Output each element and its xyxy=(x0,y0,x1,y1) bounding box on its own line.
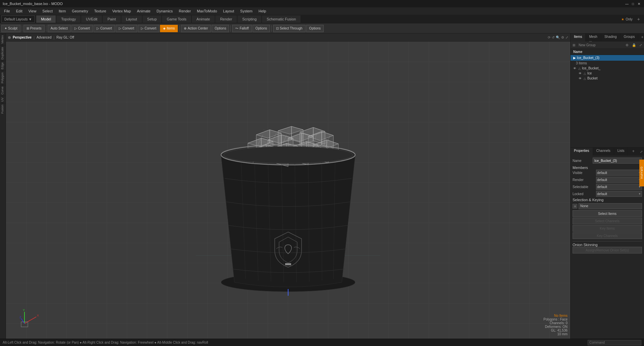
tab-game-tools[interactable]: Game Tools xyxy=(162,15,191,23)
viewport-canvas[interactable]: X Y Z No Items Polygons : Face Channels:… xyxy=(6,42,570,339)
select-items-button[interactable]: Select Items xyxy=(573,210,642,217)
menu-maxtomodo[interactable]: MaxToModo xyxy=(194,8,220,14)
minimize-button[interactable]: — xyxy=(625,1,629,6)
tab-uvedit[interactable]: UVEdit xyxy=(81,15,102,23)
group-expand-icon: ▶ xyxy=(573,56,576,60)
viewport-perspective-label[interactable]: Perspective xyxy=(13,36,32,39)
sculpt-button[interactable]: ✦ Sculpt xyxy=(1,25,20,32)
tab-lists[interactable]: Lists xyxy=(614,148,628,156)
sidebar-edge[interactable]: Edge xyxy=(0,61,6,71)
menu-select[interactable]: Select xyxy=(40,8,55,14)
menu-system[interactable]: System xyxy=(237,8,255,14)
action-center-button[interactable]: ⊕ Action Center xyxy=(181,25,211,32)
convert-icon-3: ▷ xyxy=(119,26,121,30)
selectable-dropdown[interactable]: default ▼ xyxy=(596,184,642,190)
key-channels-button[interactable]: Key Channels xyxy=(573,232,642,239)
convert-button-3[interactable]: ▷ Convert xyxy=(116,25,137,32)
menu-item[interactable]: Item xyxy=(56,8,68,14)
name-input[interactable] xyxy=(593,158,642,164)
items-new-group[interactable]: New Group xyxy=(577,43,597,48)
layout-dropdown[interactable]: Default Layouts ▼ xyxy=(1,15,35,23)
menu-edit[interactable]: Edit xyxy=(13,8,25,14)
convert-button-1[interactable]: ▷ Convert xyxy=(71,25,93,32)
tab-groups[interactable]: Groups xyxy=(621,34,639,42)
tab-layout[interactable]: Layout xyxy=(121,15,142,23)
props-expand-icon[interactable]: ⤢ xyxy=(640,150,643,154)
options-button-1[interactable]: Options xyxy=(212,25,229,32)
properties-tabs: Properties Channels Lists + ⤢ xyxy=(571,148,644,156)
menu-file[interactable]: File xyxy=(1,8,13,14)
menu-vertex-map[interactable]: Vertex Map xyxy=(110,8,134,14)
auto-select-button[interactable]: Auto Select xyxy=(48,25,71,32)
tab-scripting[interactable]: Scripting xyxy=(237,15,261,23)
toolbar: ✦ Sculpt ⊞ Presets Auto Select ▷ Convert… xyxy=(0,23,644,34)
tab-properties[interactable]: Properties xyxy=(571,148,593,156)
maximize-button[interactable]: □ xyxy=(631,1,635,6)
props-add-tab[interactable]: + xyxy=(630,148,637,156)
locked-dropdown[interactable]: default ▼ xyxy=(596,191,642,197)
bucket-svg xyxy=(196,81,380,299)
sidebar-duplicate[interactable]: Duplicate xyxy=(0,45,6,61)
viewport-expand-icon[interactable]: ⤢ xyxy=(566,36,568,39)
tab-render[interactable]: Render xyxy=(215,15,237,23)
items-settings-icon[interactable]: ⚙ xyxy=(624,43,630,48)
add-tab-button[interactable]: + xyxy=(635,15,643,23)
convert-button-2[interactable]: ▷ Convert xyxy=(94,25,115,32)
items-button[interactable]: ◈ Items xyxy=(160,25,178,32)
tab-shading[interactable]: Shading xyxy=(601,34,621,42)
only-button[interactable]: ★ Only xyxy=(619,17,635,21)
sidebar-uv[interactable]: UV xyxy=(0,96,6,103)
convert-button-4[interactable]: ▷ Convert xyxy=(138,25,159,32)
item-group-ice-bucket[interactable]: ▶ Ice_Bucket_(3) xyxy=(571,55,644,61)
options-button-3[interactable]: Options xyxy=(306,25,324,32)
tab-items[interactable]: Items xyxy=(571,34,586,42)
viewport-zoom-in-icon[interactable]: 🔍 xyxy=(556,36,560,39)
sidebar-curve[interactable]: Curve xyxy=(0,85,6,96)
tab-mesh[interactable]: Mesh ... xyxy=(586,34,601,42)
item-bucket[interactable]: 👁 △ Bucket xyxy=(571,76,644,81)
menu-texture[interactable]: Texture xyxy=(92,8,109,14)
select-channels-button[interactable]: Select Channels xyxy=(573,218,642,224)
menu-animate[interactable]: Animate xyxy=(134,8,153,14)
sidebar-fusion[interactable]: Fusion xyxy=(0,103,6,115)
item-ice-bucket-mesh[interactable]: 👁 △ Ice_Bucket_ xyxy=(571,66,644,71)
menu-geometry[interactable]: Geometry xyxy=(69,8,91,14)
options-button-2[interactable]: Options xyxy=(253,25,270,32)
item-ice[interactable]: 👁 △ Ice xyxy=(571,71,644,76)
select-through-button[interactable]: ⊡ Select Through xyxy=(273,25,306,32)
sidebar-polygon[interactable]: Polygon xyxy=(0,71,6,85)
presets-button[interactable]: ⊞ Presets xyxy=(23,25,45,32)
viewport-raygl-label[interactable]: Ray GL: Off xyxy=(56,36,74,39)
command-input[interactable] xyxy=(588,340,641,345)
items-filter-icon[interactable]: ⊞ xyxy=(571,43,577,48)
items-lock-icon[interactable]: 🔒 xyxy=(631,43,637,48)
items-expand-icon[interactable]: ⤢ xyxy=(638,43,643,48)
close-button[interactable]: ✕ xyxy=(637,1,641,6)
menu-view[interactable]: View xyxy=(26,8,39,14)
viewport-refresh-icon[interactable]: ↺ xyxy=(552,36,554,39)
viewport-settings-icon[interactable]: ⚙ xyxy=(561,36,564,39)
tab-paint[interactable]: Paint xyxy=(103,15,120,23)
tab-model[interactable]: Model xyxy=(36,15,56,23)
viewport-sync-icon[interactable]: ⟳ xyxy=(548,36,550,39)
falloff-button[interactable]: 〜 Falloff xyxy=(232,25,252,32)
menu-layout[interactable]: Layout xyxy=(220,8,237,14)
tab-channels[interactable]: Channels xyxy=(593,148,614,156)
items-panel: Items Mesh ... Shading Groups + ⊞ New Gr… xyxy=(571,34,644,148)
tab-animate[interactable]: Animate xyxy=(192,15,215,23)
mesh-icon-2: △ xyxy=(584,72,586,75)
menu-dynamics[interactable]: Dynamics xyxy=(154,8,175,14)
orange-strip[interactable]: GRAPH xyxy=(639,160,644,186)
menu-help[interactable]: Help xyxy=(256,8,269,14)
assign-remove-onion-button[interactable]: Assign/Remove Onion Set(s) xyxy=(573,247,642,253)
tab-schematic-fusion[interactable]: Schematic Fusion xyxy=(262,15,301,23)
key-items-button[interactable]: Key Items xyxy=(573,225,642,232)
menu-render[interactable]: Render xyxy=(176,8,194,14)
items-add-tab[interactable]: + xyxy=(638,34,644,42)
render-dropdown[interactable]: default ▼ xyxy=(596,177,642,183)
visible-dropdown[interactable]: default ▼ xyxy=(596,170,642,176)
sidebar-vertex[interactable]: Vertex xyxy=(0,34,6,45)
tab-topology[interactable]: Topology xyxy=(56,15,80,23)
viewport-mode-label[interactable]: Advanced xyxy=(37,36,51,39)
tab-setup[interactable]: Setup xyxy=(143,15,162,23)
